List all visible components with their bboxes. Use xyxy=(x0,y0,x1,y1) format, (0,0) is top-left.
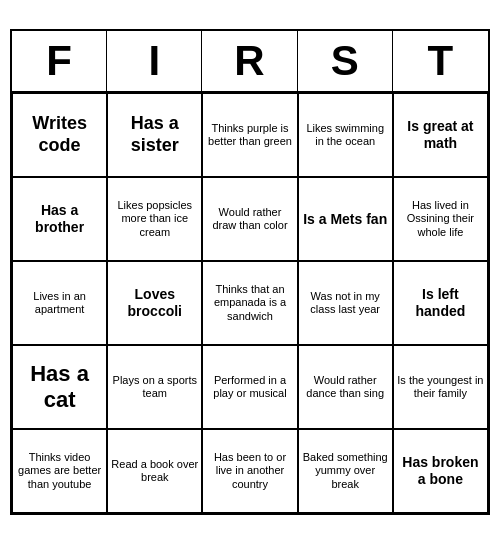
bingo-cell[interactable]: Has a brother xyxy=(12,177,107,261)
cell-text: Would rather dance than sing xyxy=(302,374,389,400)
header-letter: T xyxy=(393,31,488,91)
bingo-cell[interactable]: Likes popsicles more than ice cream xyxy=(107,177,202,261)
bingo-cell[interactable]: Was not in my class last year xyxy=(298,261,393,345)
cell-text: Is the youngest in their family xyxy=(397,374,484,400)
bingo-cell[interactable]: Baked something yummy over break xyxy=(298,429,393,513)
cell-text: Thinks that an empanada is a sandwich xyxy=(206,283,293,323)
bingo-cell[interactable]: Has a cat xyxy=(12,345,107,429)
cell-text: Read a book over break xyxy=(111,458,198,484)
bingo-cell[interactable]: Would rather draw than color xyxy=(202,177,297,261)
cell-text: Would rather draw than color xyxy=(206,206,293,232)
bingo-cell[interactable]: Has been to or live in another country xyxy=(202,429,297,513)
cell-text: Loves broccoli xyxy=(111,286,198,320)
cell-text: Was not in my class last year xyxy=(302,290,389,316)
bingo-cell[interactable]: Performed in a play or musical xyxy=(202,345,297,429)
cell-text: Has a cat xyxy=(16,361,103,414)
cell-text: Lives in an apartment xyxy=(16,290,103,316)
header-letter: S xyxy=(298,31,393,91)
bingo-cell[interactable]: Has broken a bone xyxy=(393,429,488,513)
cell-text: Has a brother xyxy=(16,202,103,236)
cell-text: Has broken a bone xyxy=(397,454,484,488)
cell-text: Baked something yummy over break xyxy=(302,451,389,491)
bingo-cell[interactable]: Has lived in Ossining their whole life xyxy=(393,177,488,261)
bingo-cell[interactable]: Writes code xyxy=(12,93,107,177)
cell-text: Writes code xyxy=(16,113,103,156)
bingo-cell[interactable]: Is a Mets fan xyxy=(298,177,393,261)
cell-text: Has a sister xyxy=(111,113,198,156)
bingo-cell[interactable]: Thinks video games are better than youtu… xyxy=(12,429,107,513)
header-letter: F xyxy=(12,31,107,91)
cell-text: Performed in a play or musical xyxy=(206,374,293,400)
bingo-cell[interactable]: Thinks that an empanada is a sandwich xyxy=(202,261,297,345)
bingo-cell[interactable]: Plays on a sports team xyxy=(107,345,202,429)
cell-text: Is a Mets fan xyxy=(303,211,387,228)
bingo-cell[interactable]: Loves broccoli xyxy=(107,261,202,345)
bingo-cell[interactable]: Is the youngest in their family xyxy=(393,345,488,429)
bingo-card: FIRST Writes codeHas a sisterThinks purp… xyxy=(10,29,490,515)
bingo-grid: Writes codeHas a sisterThinks purple is … xyxy=(12,93,488,513)
bingo-header: FIRST xyxy=(12,31,488,93)
cell-text: Thinks video games are better than youtu… xyxy=(16,451,103,491)
cell-text: Likes popsicles more than ice cream xyxy=(111,199,198,239)
bingo-cell[interactable]: Would rather dance than sing xyxy=(298,345,393,429)
bingo-cell[interactable]: Lives in an apartment xyxy=(12,261,107,345)
cell-text: Plays on a sports team xyxy=(111,374,198,400)
cell-text: Is great at math xyxy=(397,118,484,152)
bingo-cell[interactable]: Read a book over break xyxy=(107,429,202,513)
bingo-cell[interactable]: Is great at math xyxy=(393,93,488,177)
bingo-cell[interactable]: Is left handed xyxy=(393,261,488,345)
bingo-cell[interactable]: Likes swimming in the ocean xyxy=(298,93,393,177)
header-letter: I xyxy=(107,31,202,91)
cell-text: Is left handed xyxy=(397,286,484,320)
cell-text: Has lived in Ossining their whole life xyxy=(397,199,484,239)
cell-text: Thinks purple is better than green xyxy=(206,122,293,148)
bingo-cell[interactable]: Has a sister xyxy=(107,93,202,177)
cell-text: Has been to or live in another country xyxy=(206,451,293,491)
cell-text: Likes swimming in the ocean xyxy=(302,122,389,148)
header-letter: R xyxy=(202,31,297,91)
bingo-cell[interactable]: Thinks purple is better than green xyxy=(202,93,297,177)
